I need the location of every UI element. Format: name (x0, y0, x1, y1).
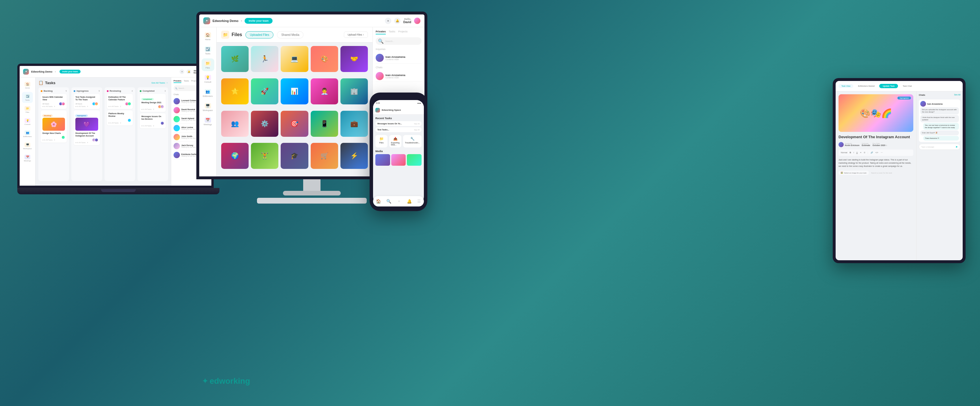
select-image-btn[interactable]: 🖼️ Select an image for your task (838, 171, 869, 175)
file-thumbnail-14[interactable]: 📱 (311, 111, 338, 137)
toolbar-normal[interactable]: Normal (840, 151, 848, 154)
file-thumbnail-1[interactable]: 🌿 (221, 46, 248, 72)
toolbar-more[interactable]: ⋯ (880, 151, 883, 154)
user-avatar-monitor[interactable] (414, 18, 420, 24)
send-icon[interactable]: ➤ (955, 145, 958, 149)
sidebar-item-edworkers[interactable]: 👥 EdWorkers (22, 128, 33, 139)
upload-files-btn[interactable]: Upload Files ↑ (344, 32, 368, 38)
update-task-btn[interactable]: Update Task (879, 84, 898, 88)
file-thumbnail-15[interactable]: 💼 (340, 111, 368, 137)
toolbar-ordered[interactable]: ① (863, 151, 866, 154)
monitor-tab-projects[interactable]: Projects (398, 30, 408, 34)
tab-tasks-laptop[interactable]: Tasks (184, 80, 189, 83)
tablet-chat-item-ivan[interactable]: Ivan Arozamena Did you uploaded the Inst… (919, 99, 960, 142)
task-card[interactable]: Inprogress 💜 Development Of The Instagra… (74, 110, 100, 145)
bell-icon-monitor[interactable]: 🔔 (394, 18, 401, 24)
phone-section-files[interactable]: 📁 Files (375, 135, 388, 147)
sidebar-item-consult[interactable]: 💡 Consult (22, 116, 33, 127)
task-card[interactable]: Messages Issues On Ios Devices ● In All … (140, 113, 166, 128)
invite-team-btn-monitor[interactable]: Invite your team (245, 18, 272, 24)
file-thumbnail-3[interactable]: 💻 (281, 46, 308, 72)
sidebar-item-meetings[interactable]: 📅 Meetings (22, 153, 33, 164)
file-thumbnail-13[interactable]: 🎯 (281, 111, 308, 137)
plus-icon-monitor[interactable]: ＋ (385, 18, 391, 24)
toolbar-list[interactable]: ≡ (860, 151, 862, 154)
home-nav-icon-phone[interactable]: 🏠 (376, 199, 381, 204)
brand-name-monitor: Edworking Demo (213, 19, 239, 22)
toolbar-underline[interactable]: U (856, 151, 858, 154)
bell-icon[interactable]: 🔔 (186, 69, 191, 74)
file-thumbnail-11[interactable]: 👥 (221, 111, 248, 137)
task-card[interactable]: Issues With Calendar View 16 hours ● In … (41, 94, 67, 109)
file-thumbnail-7[interactable]: 🚀 (251, 78, 278, 104)
file-thumbnail-17[interactable]: 🏋️ (251, 143, 278, 169)
file-thumbnail-19[interactable]: 🛒 (311, 143, 338, 169)
sidebar-item-workspace[interactable]: 🖥️ Workspace (22, 141, 33, 152)
tab-privates-laptop[interactable]: Privates (173, 80, 181, 83)
monitor-chat-item-ivan-inquiries[interactable]: Ivan Arozamena Contiene midin (375, 52, 422, 64)
toolbar-link[interactable]: 🔗 (870, 151, 874, 154)
plus-icon[interactable]: ＋ (180, 69, 184, 74)
monitor-tab-tasks[interactable]: Tasks (389, 30, 395, 34)
see-all-chats-btn[interactable]: See All (954, 94, 960, 98)
see-all-tasks-link[interactable]: See All Tasks → (151, 82, 168, 84)
task-card[interactable]: Test Tasks Assigned To The Team 18 hours… (74, 94, 100, 109)
phone-task-item-1[interactable]: Messages Issues On Yo... Sep 26 (375, 121, 422, 126)
media-thumb-2[interactable] (391, 154, 406, 166)
toolbar-italic[interactable]: I (853, 151, 855, 154)
plus-nav-icon-phone[interactable]: ＋ (397, 199, 401, 204)
col-header-backlog: Backlog 5 (41, 90, 67, 92)
monitor-sidebar-home[interactable]: 🏠 Home (202, 30, 214, 43)
bell-nav-icon-phone[interactable]: 🔔 (407, 199, 412, 204)
file-thumbnail-9[interactable]: 👨‍💼 (311, 78, 338, 104)
toolbar-code[interactable]: </> (875, 151, 879, 154)
files-tab-shared[interactable]: Shared Media (277, 31, 304, 38)
phone-section-troubleshoot[interactable]: 🔧 Troubleshootin... (403, 135, 422, 147)
task-card[interactable]: Platform Weekly Review ● In All Tasks 2 (107, 110, 133, 126)
files-tab-uploaded[interactable]: Uploaded Files (245, 31, 274, 38)
sidebar-item-tasks[interactable]: ☑️ Tasks (22, 92, 33, 103)
assignee-name: Kevin Erickson (845, 144, 860, 146)
sidebar-label-consult: Consult (25, 123, 30, 125)
task-card[interactable]: completed Meeting Design 2021 ● In All T… (140, 94, 166, 112)
files-icon-phone: 📁 (379, 137, 384, 141)
toolbar-bold[interactable]: B (849, 151, 852, 154)
chat-input-row[interactable]: Type a message ➤ (919, 144, 960, 150)
tab-task-view[interactable]: Task View (838, 84, 853, 88)
menu-nav-icon-phone[interactable]: ☰ (417, 199, 421, 204)
phone-section-exporting[interactable]: 📤 Exporting Med... (389, 135, 401, 147)
monitor-chat-item-ivan-chats[interactable]: Ivan Arozamena Contiene midin (375, 70, 422, 82)
media-thumb-3[interactable] (407, 154, 422, 166)
monitor-sidebar-consult[interactable]: 💡 Consult (202, 73, 214, 85)
file-thumbnail-4[interactable]: 🎨 (311, 46, 338, 72)
file-thumbnail-12[interactable]: ⚙️ (251, 111, 278, 137)
tab-edworkers-market[interactable]: EdWorkers Market (855, 84, 878, 88)
invite-team-btn-laptop[interactable]: Invite your team (59, 70, 81, 74)
sidebar-item-home[interactable]: 🏠 Home (22, 80, 33, 91)
search-nav-icon-phone[interactable]: 🔍 (387, 199, 391, 204)
monitor-sidebar-meetings[interactable]: 📅 Meetings (202, 115, 214, 128)
file-thumbnail-2[interactable]: 🏃 (251, 46, 278, 72)
monitor-sidebar-tasks[interactable]: ☑️ Tasks (202, 44, 214, 57)
mini-avatar (62, 136, 65, 139)
phone-task-date-1: Sep 26 (414, 123, 420, 125)
file-thumbnail-6[interactable]: 🌟 (221, 78, 248, 104)
tab-task-chat[interactable]: Task Chat (900, 84, 915, 88)
file-thumbnail-20[interactable]: ⚡ (340, 143, 368, 169)
laptop-body (18, 188, 220, 194)
monitor-search-bar[interactable]: 🔍 Search... (375, 37, 422, 45)
monitor-tab-privates[interactable]: Privates (375, 30, 386, 34)
phone-task-item-2[interactable]: Test Tasks... Sep 26 (375, 127, 422, 132)
file-thumbnail-8[interactable]: 📊 (281, 78, 308, 104)
monitor-sidebar-workspace[interactable]: 🖥️ Workspace (202, 101, 214, 113)
file-thumbnail-10[interactable]: 🏢 (340, 78, 368, 104)
media-thumb-1[interactable] (375, 154, 390, 166)
sidebar-item-files[interactable]: 📁 Files (22, 104, 33, 115)
task-card[interactable]: Estimation Of The Calendar Feature ● In … (107, 94, 133, 109)
monitor-sidebar-edworkers[interactable]: 👥 EdWorkers (202, 87, 214, 99)
file-thumbnail-16[interactable]: 🌍 (221, 143, 248, 169)
monitor-sidebar-files[interactable]: 📁 Files (202, 58, 214, 71)
file-thumbnail-18[interactable]: 🎓 (281, 143, 308, 169)
file-thumbnail-5[interactable]: 🤝 (340, 46, 368, 72)
task-card[interactable]: Backlog 🌸 Design New Charts (41, 110, 67, 142)
